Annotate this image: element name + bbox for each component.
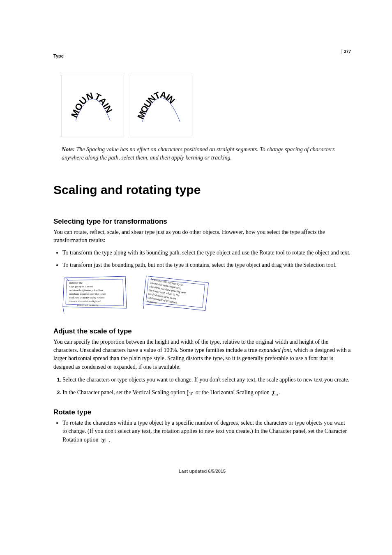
heading-rotate-type: Rotate type [53, 408, 351, 416]
page-number: 377 [341, 49, 351, 54]
footer-last-updated: Last updated 6/5/2015 [53, 469, 351, 474]
svg-text:T: T [101, 438, 105, 443]
thumb-rotated: In summer the days go by in almost const… [141, 275, 209, 316]
svg-text:sunshine pouring over the fore: sunshine pouring over the forest [69, 292, 106, 296]
svg-text:T: T [272, 390, 275, 395]
svg-line-22 [142, 304, 145, 309]
heading-adjust-scale: Adjust the scale of type [53, 327, 351, 335]
svg-text:there is the subdues light of: there is the subdues light of [69, 300, 101, 303]
text: . [107, 437, 110, 443]
svg-line-12 [63, 307, 64, 314]
mountain-figures: MOUNTAIN MOUNTAIN [62, 75, 351, 137]
heading-selecting-type: Selecting type for transformations [53, 217, 351, 226]
svg-text:days go by in almost: days go by in almost [69, 285, 93, 288]
thumb-unrotated: summer the days go by in almost constant… [61, 275, 129, 316]
svg-text:summer the: summer the [69, 281, 83, 284]
svg-text:perpetual morning.: perpetual morning. [77, 303, 99, 307]
rotation-thumbs: summer the days go by in almost constant… [61, 275, 351, 316]
adjust-scale-para: You can specify the proportion between t… [53, 338, 351, 371]
character-rotation-icon: T [100, 437, 107, 443]
text: In the Character panel, set the Vertical… [62, 389, 187, 395]
list-item: Select the characters or type objects yo… [62, 375, 351, 384]
selecting-type-para: You can rotate, reflect, scale, and shea… [53, 228, 351, 245]
section-label: Type [53, 53, 351, 58]
svg-text:T: T [189, 391, 193, 396]
rotate-type-bullets: To rotate the characters within a type o… [53, 419, 351, 444]
svg-text:roof, while in the shady depth: roof, while in the shady depths [69, 296, 105, 299]
mountain-figure-left: MOUNTAIN [62, 75, 124, 137]
list-item: To transform just the bounding path, but… [62, 261, 351, 269]
svg-text:MOUNTAIN: MOUNTAIN [136, 89, 177, 120]
vertical-scaling-icon: T [187, 390, 194, 396]
list-item: To rotate the characters within a type o… [62, 419, 351, 444]
list-item: To transform the type along with its bou… [62, 249, 351, 257]
list-item: In the Character panel, set the Vertical… [62, 388, 351, 397]
mountain-figure-right: MOUNTAIN [130, 75, 192, 137]
horizontal-scaling-icon: T [271, 390, 279, 396]
note-paragraph: Note: The Spacing value has no effect on… [62, 146, 343, 162]
page-title: Scaling and rotating type [53, 183, 351, 197]
text: . [279, 389, 280, 395]
text: or the Horizontal Scaling option [194, 389, 271, 395]
expanded-font-term: expanded font [258, 347, 291, 353]
selecting-type-bullets: To transform the type along with its bou… [53, 249, 351, 270]
note-label: Note: [62, 146, 75, 153]
adjust-scale-steps: Select the characters or type objects yo… [53, 375, 351, 397]
note-text: The Spacing value has no effect on chara… [62, 146, 334, 161]
svg-text:constant brightness, cloudless: constant brightness, cloudless [69, 289, 104, 292]
